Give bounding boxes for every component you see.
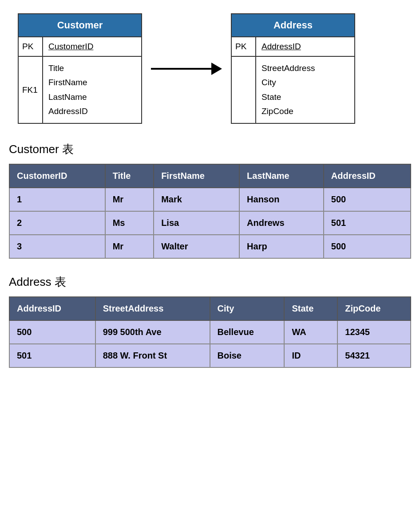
table-cell: Andrews	[239, 211, 324, 235]
address-col-city: City	[210, 297, 285, 320]
customer-table: CustomerID Title FirstName LastName Addr…	[9, 164, 411, 259]
arrow-line	[151, 68, 213, 70]
er-address-row-fields: StreetAddressCityStateZipCode	[232, 56, 354, 123]
table-row: 1MrMarkHanson500	[9, 188, 411, 211]
table-cell: 999 500th Ave	[95, 320, 210, 344]
er-customer-pk-field: CustomerID	[43, 37, 141, 56]
relationship-arrow	[151, 62, 222, 75]
table-cell: Bellevue	[210, 320, 285, 344]
er-address-fields: StreetAddressCityStateZipCode	[256, 57, 354, 123]
address-col-id: AddressID	[9, 297, 95, 320]
table-cell: 501	[324, 211, 411, 235]
table-cell: Hanson	[239, 188, 324, 211]
table-cell: ID	[284, 344, 337, 367]
address-table-header-row: AddressID StreetAddress City State ZipCo…	[9, 297, 411, 320]
table-row: 501888 W. Front StBoiseID54321	[9, 344, 411, 367]
customer-col-lastname: LastName	[239, 164, 324, 188]
er-customer-row-pk: PK CustomerID	[19, 36, 141, 56]
customer-section: Customer 表 CustomerID Title FirstName La…	[9, 142, 411, 259]
er-address-pk-label: PK	[232, 37, 256, 56]
table-row: 500999 500th AveBellevueWA12345	[9, 320, 411, 344]
er-address-empty-key	[232, 57, 256, 123]
table-cell: 500	[324, 235, 411, 258]
table-cell: Ms	[105, 211, 154, 235]
er-address-table: Address PK AddressID StreetAddressCitySt…	[231, 13, 355, 124]
table-cell: Boise	[210, 344, 285, 367]
table-cell: Mr	[105, 235, 154, 258]
er-customer-pk-label: PK	[19, 37, 43, 56]
table-cell: 500	[324, 188, 411, 211]
table-row: 2MsLisaAndrews501	[9, 211, 411, 235]
er-address-header: Address	[232, 14, 354, 36]
table-cell: Harp	[239, 235, 324, 258]
table-cell: 12345	[337, 320, 411, 344]
table-cell: WA	[284, 320, 337, 344]
er-customer-row-fk: FK1 TitleFirstNameLastNameAddressID	[19, 56, 141, 123]
customer-col-id: CustomerID	[9, 164, 105, 188]
table-cell: Mark	[154, 188, 239, 211]
table-cell: 2	[9, 211, 105, 235]
customer-col-addressid: AddressID	[324, 164, 411, 188]
relationship-arrow-container	[142, 62, 231, 75]
er-customer-table: Customer PK CustomerID FK1 TitleFirstNam…	[18, 13, 142, 124]
er-diagram: Customer PK CustomerID FK1 TitleFirstNam…	[9, 9, 411, 128]
table-cell: 3	[9, 235, 105, 258]
table-cell: 500	[9, 320, 95, 344]
er-customer-header: Customer	[19, 14, 141, 36]
table-cell: Walter	[154, 235, 239, 258]
table-row: 3MrWalterHarp500	[9, 235, 411, 258]
er-address-row-pk: PK AddressID	[232, 36, 354, 56]
table-cell: Lisa	[154, 211, 239, 235]
address-table: AddressID StreetAddress City State ZipCo…	[9, 296, 411, 368]
address-section-label: Address 表	[9, 274, 411, 290]
address-col-street: StreetAddress	[95, 297, 210, 320]
customer-col-firstname: FirstName	[154, 164, 239, 188]
table-cell: 54321	[337, 344, 411, 367]
table-cell: 1	[9, 188, 105, 211]
table-cell: 888 W. Front St	[95, 344, 210, 367]
er-customer-fk-fields: TitleFirstNameLastNameAddressID	[43, 57, 141, 123]
er-customer-fk-label: FK1	[19, 57, 43, 123]
arrow-head	[211, 63, 222, 75]
address-col-zip: ZipCode	[337, 297, 411, 320]
customer-col-title: Title	[105, 164, 154, 188]
table-cell: Mr	[105, 188, 154, 211]
address-section: Address 表 AddressID StreetAddress City S…	[9, 274, 411, 368]
table-cell: 501	[9, 344, 95, 367]
customer-table-header-row: CustomerID Title FirstName LastName Addr…	[9, 164, 411, 188]
customer-section-label: Customer 表	[9, 142, 411, 157]
er-address-pk-field: AddressID	[256, 37, 354, 56]
address-col-state: State	[284, 297, 337, 320]
